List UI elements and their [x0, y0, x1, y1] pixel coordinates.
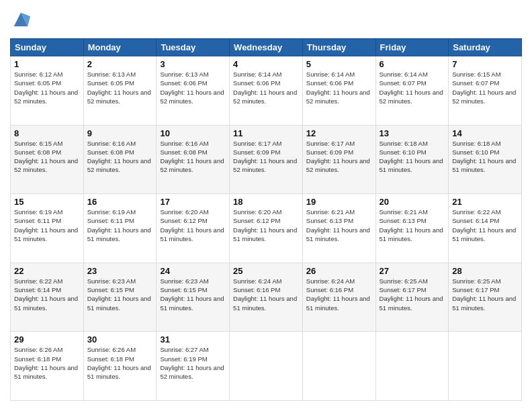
day-number: 2: [87, 59, 153, 69]
day-cell: 18Sunrise: 6:20 AMSunset: 6:12 PMDayligh…: [230, 194, 303, 263]
day-cell: 11Sunrise: 6:17 AMSunset: 6:09 PMDayligh…: [230, 125, 303, 194]
day-cell: 6Sunrise: 6:14 AMSunset: 6:07 PMDaylight…: [375, 56, 449, 126]
day-number: 19: [306, 197, 372, 207]
day-number: 26: [306, 266, 372, 276]
day-info: Sunrise: 6:14 AMSunset: 6:06 PMDaylight:…: [306, 70, 372, 105]
day-cell: 28Sunrise: 6:25 AMSunset: 6:17 PMDayligh…: [449, 263, 522, 332]
day-cell: 26Sunrise: 6:24 AMSunset: 6:16 PMDayligh…: [302, 263, 375, 332]
day-number: 8: [14, 128, 80, 138]
day-number: 12: [306, 128, 372, 138]
day-cell: 23Sunrise: 6:23 AMSunset: 6:15 PMDayligh…: [83, 263, 157, 332]
day-number: 21: [452, 197, 518, 207]
day-number: 31: [160, 334, 226, 345]
calendar-table: SundayMondayTuesdayWednesdayThursdayFrid…: [10, 38, 522, 401]
weekday-header-saturday: Saturday: [449, 39, 522, 56]
day-cell: [449, 332, 522, 401]
week-row-2: 8Sunrise: 6:15 AMSunset: 6:08 PMDaylight…: [11, 125, 522, 194]
day-number: 29: [14, 334, 80, 345]
day-info: Sunrise: 6:24 AMSunset: 6:16 PMDaylight:…: [233, 277, 299, 312]
day-cell: 24Sunrise: 6:23 AMSunset: 6:15 PMDayligh…: [157, 263, 230, 332]
day-info: Sunrise: 6:13 AMSunset: 6:06 PMDaylight:…: [160, 70, 226, 105]
day-info: Sunrise: 6:16 AMSunset: 6:08 PMDaylight:…: [160, 139, 226, 175]
day-cell: 7Sunrise: 6:15 AMSunset: 6:07 PMDaylight…: [449, 56, 522, 126]
day-number: 6: [380, 59, 445, 69]
day-number: 24: [160, 266, 226, 276]
day-info: Sunrise: 6:27 AMSunset: 6:19 PMDaylight:…: [160, 345, 226, 381]
day-info: Sunrise: 6:14 AMSunset: 6:07 PMDaylight:…: [380, 70, 445, 105]
day-cell: 15Sunrise: 6:19 AMSunset: 6:11 PMDayligh…: [11, 194, 84, 263]
day-info: Sunrise: 6:20 AMSunset: 6:12 PMDaylight:…: [233, 208, 299, 243]
day-info: Sunrise: 6:19 AMSunset: 6:11 PMDaylight:…: [14, 208, 80, 243]
day-cell: 22Sunrise: 6:22 AMSunset: 6:14 PMDayligh…: [11, 263, 84, 332]
page: SundayMondayTuesdayWednesdayThursdayFrid…: [0, 0, 532, 411]
weekday-header-monday: Monday: [83, 39, 157, 56]
day-info: Sunrise: 6:18 AMSunset: 6:10 PMDaylight:…: [452, 139, 518, 175]
weekday-header-thursday: Thursday: [302, 39, 375, 56]
day-info: Sunrise: 6:25 AMSunset: 6:17 PMDaylight:…: [452, 277, 518, 312]
day-number: 27: [380, 266, 445, 276]
day-number: 30: [87, 334, 153, 345]
weekday-header-friday: Friday: [375, 39, 449, 56]
day-number: 22: [14, 266, 80, 276]
day-cell: 17Sunrise: 6:20 AMSunset: 6:12 PMDayligh…: [157, 194, 230, 263]
day-number: 5: [306, 59, 372, 69]
day-number: 7: [452, 59, 518, 69]
weekday-header-wednesday: Wednesday: [230, 39, 303, 56]
day-number: 10: [160, 128, 226, 138]
day-number: 15: [14, 197, 80, 207]
day-cell: 29Sunrise: 6:26 AMSunset: 6:18 PMDayligh…: [11, 332, 84, 401]
day-cell: 21Sunrise: 6:22 AMSunset: 6:14 PMDayligh…: [449, 194, 522, 263]
day-info: Sunrise: 6:17 AMSunset: 6:09 PMDaylight:…: [233, 139, 299, 175]
day-info: Sunrise: 6:14 AMSunset: 6:06 PMDaylight:…: [233, 70, 299, 105]
day-info: Sunrise: 6:22 AMSunset: 6:14 PMDaylight:…: [14, 277, 80, 312]
day-cell: [375, 332, 449, 401]
day-number: 13: [380, 128, 445, 138]
day-number: 9: [87, 128, 153, 138]
day-cell: 13Sunrise: 6:18 AMSunset: 6:10 PMDayligh…: [375, 125, 449, 194]
day-info: Sunrise: 6:15 AMSunset: 6:07 PMDaylight:…: [452, 70, 518, 105]
day-cell: 19Sunrise: 6:21 AMSunset: 6:13 PMDayligh…: [302, 194, 375, 263]
day-cell: 9Sunrise: 6:16 AMSunset: 6:08 PMDaylight…: [83, 125, 157, 194]
day-cell: 30Sunrise: 6:26 AMSunset: 6:18 PMDayligh…: [83, 332, 157, 401]
day-number: 17: [160, 197, 226, 207]
day-number: 1: [14, 59, 80, 69]
day-cell: [302, 332, 375, 401]
day-info: Sunrise: 6:20 AMSunset: 6:12 PMDaylight:…: [160, 208, 226, 243]
day-cell: 14Sunrise: 6:18 AMSunset: 6:10 PMDayligh…: [449, 125, 522, 194]
week-row-4: 22Sunrise: 6:22 AMSunset: 6:14 PMDayligh…: [11, 263, 522, 332]
week-row-5: 29Sunrise: 6:26 AMSunset: 6:18 PMDayligh…: [11, 332, 522, 401]
day-number: 11: [233, 128, 299, 138]
day-number: 18: [233, 197, 299, 207]
day-cell: 25Sunrise: 6:24 AMSunset: 6:16 PMDayligh…: [230, 263, 303, 332]
day-info: Sunrise: 6:24 AMSunset: 6:16 PMDaylight:…: [306, 277, 372, 312]
week-row-1: 1Sunrise: 6:12 AMSunset: 6:05 PMDaylight…: [11, 56, 522, 126]
day-number: 20: [380, 197, 445, 207]
day-info: Sunrise: 6:25 AMSunset: 6:17 PMDaylight:…: [380, 277, 445, 312]
weekday-header-sunday: Sunday: [11, 39, 84, 56]
day-info: Sunrise: 6:19 AMSunset: 6:11 PMDaylight:…: [87, 208, 153, 243]
weekday-header-row: SundayMondayTuesdayWednesdayThursdayFrid…: [11, 39, 522, 56]
header: [10, 10, 522, 32]
day-cell: 12Sunrise: 6:17 AMSunset: 6:09 PMDayligh…: [302, 125, 375, 194]
day-info: Sunrise: 6:12 AMSunset: 6:05 PMDaylight:…: [14, 70, 80, 105]
day-cell: 8Sunrise: 6:15 AMSunset: 6:08 PMDaylight…: [11, 125, 84, 194]
day-info: Sunrise: 6:26 AMSunset: 6:18 PMDaylight:…: [87, 345, 153, 381]
logo-icon: [11, 10, 30, 29]
day-cell: 4Sunrise: 6:14 AMSunset: 6:06 PMDaylight…: [230, 56, 303, 126]
day-cell: 1Sunrise: 6:12 AMSunset: 6:05 PMDaylight…: [11, 56, 84, 126]
week-row-3: 15Sunrise: 6:19 AMSunset: 6:11 PMDayligh…: [11, 194, 522, 263]
day-cell: 10Sunrise: 6:16 AMSunset: 6:08 PMDayligh…: [157, 125, 230, 194]
day-info: Sunrise: 6:16 AMSunset: 6:08 PMDaylight:…: [87, 139, 153, 175]
day-info: Sunrise: 6:15 AMSunset: 6:08 PMDaylight:…: [14, 139, 80, 175]
day-number: 28: [452, 266, 518, 276]
day-info: Sunrise: 6:21 AMSunset: 6:13 PMDaylight:…: [380, 208, 445, 243]
day-number: 3: [160, 59, 226, 69]
day-number: 25: [233, 266, 299, 276]
day-cell: [230, 332, 303, 401]
day-info: Sunrise: 6:23 AMSunset: 6:15 PMDaylight:…: [160, 277, 226, 312]
day-info: Sunrise: 6:22 AMSunset: 6:14 PMDaylight:…: [452, 208, 518, 243]
day-info: Sunrise: 6:13 AMSunset: 6:05 PMDaylight:…: [87, 70, 153, 105]
day-cell: 27Sunrise: 6:25 AMSunset: 6:17 PMDayligh…: [375, 263, 449, 332]
day-cell: 31Sunrise: 6:27 AMSunset: 6:19 PMDayligh…: [157, 332, 230, 401]
day-info: Sunrise: 6:18 AMSunset: 6:10 PMDaylight:…: [380, 139, 445, 175]
